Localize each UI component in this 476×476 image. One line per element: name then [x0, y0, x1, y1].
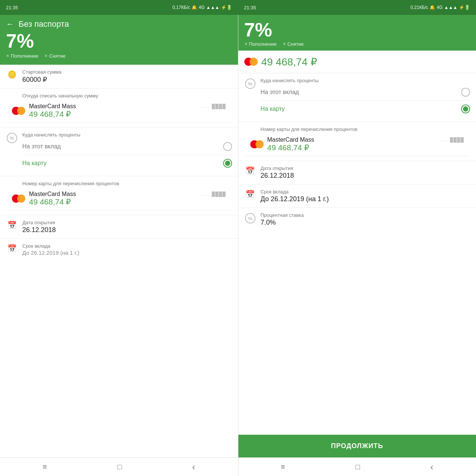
right-tag-withdraw: ✕ Снятие	[283, 41, 304, 47]
open-date-label: Дата открытия	[22, 220, 232, 225]
source-card-name: MasterCard Mass	[29, 103, 76, 110]
right-interest-card-balance: 49 468,74 ₽	[267, 143, 464, 152]
right-option-card-label: На карту	[261, 106, 285, 112]
interest-section: % Куда начислять проценты На этот вклад …	[0, 128, 238, 176]
radio-deposit-btn[interactable]	[223, 142, 232, 151]
option-card-label: На карту	[22, 160, 46, 167]
interest-card-section: Номер карты для перечисления процентов M…	[0, 176, 238, 215]
right-bottom-nav: ≡ □ ‹	[238, 458, 476, 476]
start-amount-section: 🪙 Стартовая сумма 60000 ₽	[0, 65, 238, 89]
interest-label: Куда начислять проценты	[22, 132, 232, 138]
left-nav-home[interactable]: □	[118, 463, 122, 471]
radio-deposit[interactable]: На этот вклад	[22, 138, 232, 155]
right-nav-back[interactable]: ‹	[430, 462, 433, 472]
interest-card-dots: .... ████	[202, 192, 226, 197]
right-interest-label: Куда начислять проценты	[261, 78, 470, 83]
right-open-date-label: Дата открытия	[261, 165, 470, 171]
start-amount-label: Стартовая сумма	[22, 69, 232, 75]
source-section: Откуда списать начальную сумму MasterCar…	[0, 89, 238, 128]
top-balance-card: 49 468,74 ₽	[238, 51, 476, 73]
right-interest-rate: 7%	[244, 19, 470, 41]
interest-rate-display: 7%	[6, 30, 232, 52]
left-panel: ← Без паспорта 7% ✕ Пополнение ✕ Снятие	[0, 15, 238, 457]
radio-card-btn[interactable]	[223, 159, 232, 168]
tag-withdraw-label: Снятие	[49, 53, 65, 59]
radio-card[interactable]: На карту	[22, 155, 232, 171]
term-label: Срок вклада	[22, 243, 232, 249]
right-carrier: 4G	[437, 5, 443, 10]
right-radio-deposit[interactable]: На этот вклад	[261, 84, 470, 100]
right-open-date-value: 26.12.2018	[261, 172, 470, 180]
right-time: 21:35	[244, 5, 256, 10]
right-mastercard-icon	[250, 138, 264, 151]
interest-card-balance: 49 468,74 ₽	[29, 197, 226, 206]
left-battery: ⚡🔋	[221, 5, 232, 10]
interest-card-label: Номер карты для перечисления процентов	[22, 181, 232, 186]
open-date-value: 26.12.2018	[22, 226, 232, 234]
right-interest-card-label: Номер карты для перечисления процентов	[261, 126, 470, 132]
right-status-bar: 21:35 0,21КБ/с 🔔 4G ▲▲▲ ⚡🔋	[238, 0, 476, 15]
bottom-navigation: ≡ □ ‹ ≡ □ ‹	[0, 457, 476, 476]
right-panel: 7% ✕ Пополнение ✕ Снятие 49 468,74 ₽	[238, 15, 476, 457]
mastercard-icon-2	[12, 192, 25, 205]
percent-icon: %	[6, 132, 18, 143]
continue-button[interactable]: ПРОДОЛЖИТЬ	[238, 435, 476, 457]
source-card-dots: .... ████	[202, 104, 226, 109]
mastercard-icon	[12, 104, 25, 118]
right-radio-card[interactable]: На карту	[261, 101, 470, 117]
option-deposit-label: На этот вклад	[22, 143, 61, 150]
left-signal-bars: ▲▲▲	[206, 5, 219, 10]
right-rate-section: % Процентная ставка 7.0%	[238, 208, 476, 231]
right-calendar-icon: 📅	[244, 165, 256, 175]
right-rate-percent-icon: %	[244, 212, 256, 223]
right-tag-withdraw-label: Снятие	[287, 41, 304, 47]
left-header: ← Без паспорта 7% ✕ Пополнение ✕ Снятие	[0, 15, 238, 65]
start-amount-value: 60000 ₽	[22, 75, 232, 84]
right-interest-card-section: Номер карты для перечисления процентов M…	[238, 122, 476, 161]
right-interest-card-name: MasterCard Mass	[267, 136, 314, 143]
interest-card-item[interactable]: MasterCard Mass .... ████ 49 468,74 ₽	[6, 187, 232, 210]
right-open-date-section: 📅 Дата открытия 26.12.2018	[238, 161, 476, 184]
left-carrier: 4G	[199, 5, 205, 10]
right-nav-menu[interactable]: ≡	[281, 463, 285, 471]
right-rate-label: Процентная ставка	[261, 212, 470, 218]
term-calendar-icon: 📅	[6, 243, 18, 253]
top-balance-value: 49 468,74 ₽	[261, 56, 317, 68]
source-label: Откуда списать начальную сумму	[22, 93, 232, 99]
right-radio-deposit-btn[interactable]	[461, 88, 470, 97]
right-interest-card-dots: .... ████	[440, 137, 464, 142]
right-interest-section: % Куда начислять проценты На этот вклад …	[238, 73, 476, 122]
open-date-section: 📅 Дата открытия 26.12.2018	[0, 215, 238, 239]
back-button[interactable]: ←	[6, 19, 14, 29]
right-header: 7% ✕ Пополнение ✕ Снятие	[238, 15, 476, 51]
source-card-item[interactable]: MasterCard Mass .... ████ 49 468,74 ₽	[6, 99, 232, 123]
left-time: 21:35	[6, 5, 18, 10]
left-signal-icon: 🔔	[192, 5, 197, 10]
right-option-deposit-label: На этот вклад	[261, 89, 299, 96]
right-signal-bars: ▲▲▲	[444, 5, 457, 10]
right-term-value: До 26.12.2019 (на 1 г.)	[261, 195, 470, 203]
right-term-label: Срок вклада	[261, 189, 470, 194]
calendar-icon: 📅	[6, 220, 18, 229]
source-card-balance: 49 468,74 ₽	[29, 110, 226, 119]
left-status-bar: 21:35 0,17КБ/с 🔔 4G ▲▲▲ ⚡🔋	[0, 0, 238, 15]
right-term-section: 📅 Срок вклада До 26.12.2019 (на 1 г.)	[238, 184, 476, 208]
right-tag-top-up-label: Пополнение	[249, 41, 277, 47]
left-nav-back[interactable]: ‹	[192, 462, 195, 472]
top-mastercard-icon	[244, 55, 258, 68]
page-title: Без паспорта	[19, 19, 69, 29]
right-network: 0,21КБ/с	[411, 5, 428, 10]
coin-icon: 🪙	[6, 69, 18, 79]
term-section: 📅 Срок вклада До 26.12.2019 (на 1 г.)	[0, 239, 238, 260]
left-bottom-nav: ≡ □ ‹	[0, 458, 238, 476]
tag-withdraw: ✕ Снятие	[44, 53, 65, 59]
left-network: 0,17КБ/с	[173, 5, 190, 10]
left-nav-menu[interactable]: ≡	[43, 463, 47, 471]
tag-top-up-label: Пополнение	[11, 53, 38, 59]
right-tag-top-up: ✕ Пополнение	[244, 41, 277, 47]
term-value: До 26.12.2019 (на 1 г.)	[22, 250, 232, 256]
left-scroll-content: 🪙 Стартовая сумма 60000 ₽ Откуда списать…	[0, 65, 238, 457]
right-nav-home[interactable]: □	[356, 463, 360, 471]
right-radio-card-btn[interactable]	[461, 104, 470, 113]
right-interest-card-item[interactable]: MasterCard Mass .... ████ 49 468,74 ₽	[244, 133, 470, 156]
